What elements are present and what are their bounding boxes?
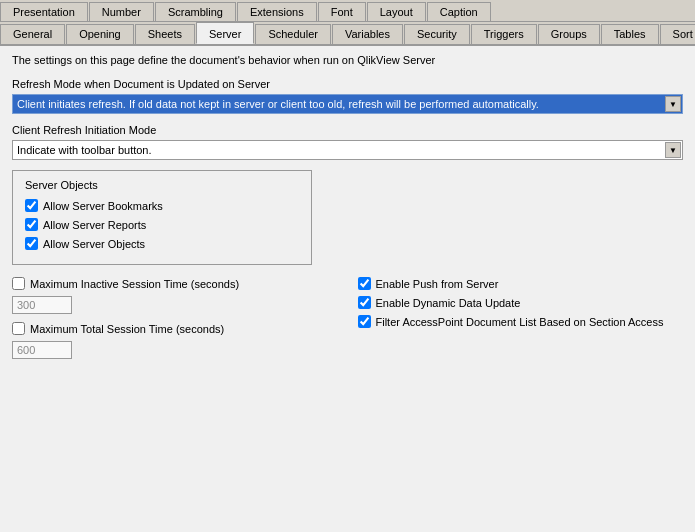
filter-accesspoint-row: Filter AccessPoint Document List Based o… — [358, 315, 684, 328]
allow-server-bookmarks-row: Allow Server Bookmarks — [25, 199, 299, 212]
left-column: Maximum Inactive Session Time (seconds) … — [12, 277, 338, 367]
tab-scheduler[interactable]: Scheduler — [255, 24, 331, 44]
tab-presentation[interactable]: Presentation — [0, 2, 88, 21]
two-column-section: Maximum Inactive Session Time (seconds) … — [12, 277, 683, 367]
client-refresh-dropdown-arrow[interactable]: ▼ — [665, 142, 681, 158]
enable-dynamic-row: Enable Dynamic Data Update — [358, 296, 684, 309]
right-column: Enable Push from Server Enable Dynamic D… — [358, 277, 684, 367]
tab-extensions[interactable]: Extensions — [237, 2, 317, 21]
tab-layout[interactable]: Layout — [367, 2, 426, 21]
inactive-session-section: Maximum Inactive Session Time (seconds) — [12, 277, 338, 314]
client-refresh-dropdown-container: Indicate with toolbar button. ▼ — [12, 140, 683, 160]
refresh-mode-dropdown-arrow[interactable]: ▼ — [665, 96, 681, 112]
bottom-tab-bar: General Opening Sheets Server Scheduler … — [0, 22, 695, 46]
tab-triggers[interactable]: Triggers — [471, 24, 537, 44]
allow-server-reports-row: Allow Server Reports — [25, 218, 299, 231]
enable-push-checkbox[interactable] — [358, 277, 371, 290]
allow-server-objects-row: Allow Server Objects — [25, 237, 299, 250]
client-refresh-dropdown[interactable]: Indicate with toolbar button. — [12, 140, 683, 160]
description-text: The settings on this page define the doc… — [12, 54, 683, 66]
refresh-mode-label: Refresh Mode when Document is Updated on… — [12, 78, 683, 90]
total-session-row: Maximum Total Session Time (seconds) — [12, 322, 338, 335]
enable-push-label: Enable Push from Server — [376, 278, 499, 290]
enable-dynamic-label: Enable Dynamic Data Update — [376, 297, 521, 309]
total-session-label: Maximum Total Session Time (seconds) — [30, 323, 224, 335]
tab-number[interactable]: Number — [89, 2, 154, 21]
inactive-session-row: Maximum Inactive Session Time (seconds) — [12, 277, 338, 290]
enable-dynamic-checkbox[interactable] — [358, 296, 371, 309]
tab-variables[interactable]: Variables — [332, 24, 403, 44]
total-session-checkbox[interactable] — [12, 322, 25, 335]
filter-accesspoint-checkbox[interactable] — [358, 315, 371, 328]
tab-caption[interactable]: Caption — [427, 2, 491, 21]
filter-accesspoint-label: Filter AccessPoint Document List Based o… — [376, 316, 664, 328]
tab-tables[interactable]: Tables — [601, 24, 659, 44]
tab-general[interactable]: General — [0, 24, 65, 44]
tab-server[interactable]: Server — [196, 22, 254, 44]
top-tab-bar: Presentation Number Scrambling Extension… — [0, 0, 695, 22]
inactive-session-input[interactable] — [12, 296, 72, 314]
tab-security[interactable]: Security — [404, 24, 470, 44]
allow-server-objects-label: Allow Server Objects — [43, 238, 145, 250]
allow-server-reports-checkbox[interactable] — [25, 218, 38, 231]
inactive-session-checkbox[interactable] — [12, 277, 25, 290]
allow-server-objects-checkbox[interactable] — [25, 237, 38, 250]
allow-server-bookmarks-checkbox[interactable] — [25, 199, 38, 212]
tab-sort[interactable]: Sort — [660, 24, 695, 44]
allow-server-reports-label: Allow Server Reports — [43, 219, 146, 231]
server-objects-box: Server Objects Allow Server Bookmarks Al… — [12, 170, 312, 265]
allow-server-bookmarks-label: Allow Server Bookmarks — [43, 200, 163, 212]
tab-sheets[interactable]: Sheets — [135, 24, 195, 44]
tab-opening[interactable]: Opening — [66, 24, 134, 44]
server-objects-title: Server Objects — [25, 179, 299, 191]
tab-font[interactable]: Font — [318, 2, 366, 21]
tab-scrambling[interactable]: Scrambling — [155, 2, 236, 21]
refresh-mode-dropdown[interactable]: Client initiates refresh. If old data no… — [12, 94, 683, 114]
client-refresh-label: Client Refresh Initiation Mode — [12, 124, 683, 136]
total-session-input[interactable] — [12, 341, 72, 359]
inactive-session-label: Maximum Inactive Session Time (seconds) — [30, 278, 239, 290]
total-session-section: Maximum Total Session Time (seconds) — [12, 322, 338, 359]
enable-push-row: Enable Push from Server — [358, 277, 684, 290]
content-area: The settings on this page define the doc… — [0, 46, 695, 532]
tab-groups[interactable]: Groups — [538, 24, 600, 44]
refresh-mode-dropdown-container: Client initiates refresh. If old data no… — [12, 94, 683, 114]
